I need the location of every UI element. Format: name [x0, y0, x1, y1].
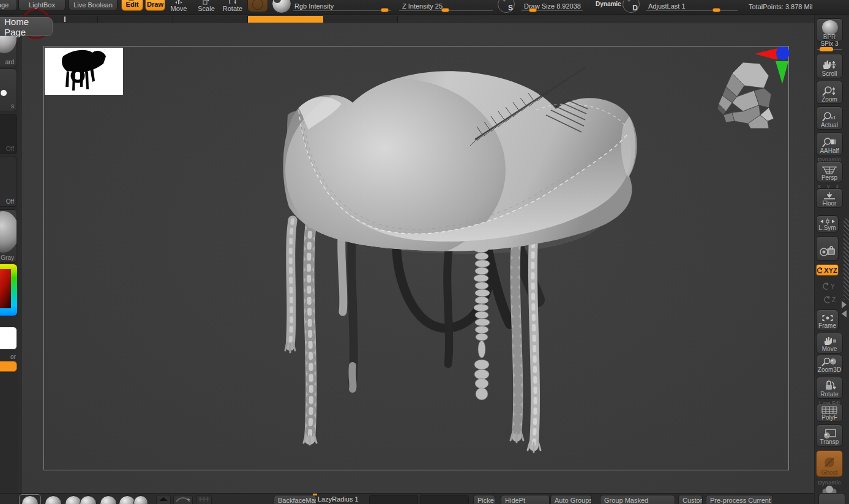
bottom-bar: BackfaceMask LazyRadius 1 Picker HidePt … — [0, 493, 814, 504]
auto-groups-button[interactable]: Auto Groups — [550, 495, 592, 504]
pirate-hat-model[interactable] — [22, 23, 814, 495]
track-segment — [173, 16, 248, 23]
rotate-camera-button[interactable]: Rotate — [816, 377, 843, 399]
adjust-last-slider[interactable] — [646, 10, 738, 11]
main-color-swatch[interactable] — [0, 327, 17, 350]
z-rotation-toggle[interactable]: Z — [822, 295, 836, 305]
polyframe-button[interactable]: PolyF — [816, 404, 843, 422]
texture-button[interactable]: Off — [0, 157, 17, 207]
dynamic-solo-ghost-label: Dynamic — [816, 480, 843, 486]
backface-mask-button[interactable]: BackfaceMask — [274, 495, 316, 504]
y-rotation-toggle[interactable]: Y — [821, 281, 835, 291]
bpr-button[interactable]: BPR — [816, 18, 843, 42]
stroke-d-badge[interactable]: + D — [623, 0, 640, 13]
color-picker-sv-square[interactable] — [0, 269, 11, 308]
rotate-lock-icon — [822, 380, 837, 391]
sphere-notch — [274, 0, 281, 3]
move-tool[interactable]: Move — [170, 0, 188, 12]
bpr-sphere-icon — [822, 20, 838, 35]
brush-thumbnail[interactable] — [133, 495, 148, 504]
lazy-slider-2[interactable] — [420, 495, 469, 504]
alpha-glyph-icon — [157, 495, 170, 503]
persp-button[interactable]: Persp — [816, 161, 843, 182]
material-sphere-icon[interactable] — [272, 0, 291, 13]
camera-lock-icon — [819, 243, 836, 259]
document-canvas[interactable] — [22, 23, 814, 495]
stroke-s-badge[interactable]: + S — [498, 0, 515, 13]
left-shelf: ard s Off Off Gray or — [0, 15, 18, 504]
spix-label: SPix 3 — [816, 40, 843, 47]
brush-thumbnail[interactable] — [45, 495, 62, 504]
z-intensity-label: Z Intensity 25 — [402, 2, 443, 10]
frame-button[interactable]: Frame — [816, 309, 839, 330]
floor-button[interactable]: Floor — [816, 188, 843, 208]
brush-thumbnail[interactable] — [80, 495, 97, 504]
rgb-intensity-handle[interactable] — [381, 8, 389, 12]
scroll-button[interactable]: Scroll — [816, 54, 843, 78]
hidept-button[interactable]: HidePt — [501, 495, 550, 504]
brush-preview-button[interactable] — [247, 0, 268, 12]
xyz-rotation-button[interactable]: XYZ — [816, 264, 839, 276]
home-page-tab[interactable]: Home Page — [0, 17, 53, 36]
live-boolean-button[interactable]: Live Boolean — [69, 0, 118, 11]
timeline-track[interactable] — [22, 16, 398, 23]
stroke-button[interactable]: s — [0, 69, 17, 111]
stroke-dot-icon — [1, 90, 7, 96]
lazy-slider[interactable] — [369, 495, 418, 504]
ghost-icon — [823, 456, 836, 469]
alpha-button[interactable]: Off — [0, 114, 17, 154]
zoomsel-button-partial[interactable] — [818, 493, 845, 504]
zoom3d-button[interactable]: Zoom3D — [816, 355, 843, 374]
texture-glyph-icon — [196, 495, 211, 503]
camera-lock-button[interactable] — [816, 236, 839, 261]
floor-icon — [823, 192, 836, 200]
draw-button[interactable]: Draw — [145, 0, 165, 11]
tray-collapse-arrow[interactable] — [842, 310, 847, 317]
color-picker[interactable] — [0, 264, 17, 316]
dynamic-button[interactable]: Dynamic — [596, 1, 621, 7]
dreadlocks — [285, 220, 540, 452]
texture-slot[interactable] — [196, 495, 212, 504]
edge-scrollbar[interactable] — [843, 218, 849, 300]
brush-thumbnail[interactable] — [100, 495, 117, 504]
frame-corners-icon — [821, 314, 834, 322]
alpha-slot[interactable] — [156, 495, 171, 504]
rgb-intensity-slider[interactable] — [293, 10, 391, 11]
ghost-button[interactable]: Ghost — [816, 450, 843, 477]
adjust-last-handle[interactable] — [712, 8, 720, 12]
lsym-arrows-icon — [820, 218, 836, 224]
edit-button[interactable]: Edit — [121, 0, 143, 11]
polymesh-head-preview[interactable] — [717, 60, 779, 128]
z-intensity-handle[interactable] — [441, 8, 449, 12]
group-masked-button[interactable]: Group Masked — [600, 495, 675, 504]
move-camera-button[interactable]: Move — [816, 333, 843, 354]
partial-menu-button[interactable]: age — [0, 0, 17, 11]
tray-expand-arrow[interactable] — [842, 301, 847, 308]
stroke-slot[interactable] — [173, 495, 193, 504]
scale-icon — [203, 0, 210, 5]
adjust-last-label: AdjustLast 1 — [648, 2, 686, 10]
scale-tool[interactable]: Scale — [197, 0, 215, 12]
actual-button[interactable]: x1 Actual — [816, 106, 843, 130]
picker-button[interactable]: Picker — [473, 495, 495, 504]
transparency-button[interactable]: Transp — [816, 424, 843, 447]
track-active-segment[interactable] — [248, 16, 323, 23]
x-axis-arrow[interactable] — [755, 48, 777, 60]
secondary-color-swatch[interactable] — [0, 361, 17, 372]
timeline-strip — [22, 15, 814, 23]
local-symmetry-button[interactable]: L.Sym — [816, 215, 839, 232]
material-button[interactable]: Gray — [0, 209, 17, 263]
track-cursor[interactable] — [64, 17, 65, 22]
zoom-button[interactable]: Zoom — [816, 81, 843, 104]
material-thumb-icon — [0, 211, 17, 253]
custom-button[interactable]: Custom — [678, 495, 703, 504]
preprocess-button[interactable]: Pre-process Current — [706, 495, 773, 504]
aahalf-button[interactable]: AAHalf — [816, 132, 843, 155]
rotate-tool[interactable]: Rotate — [222, 0, 244, 12]
right-shelf: BPR SPix 3 Scroll Zoom x1 Actual AAHalf … — [814, 15, 849, 504]
transparency-icon — [822, 429, 837, 439]
z-axis-dot[interactable] — [776, 46, 790, 60]
spix-handle[interactable] — [820, 47, 833, 51]
backface-orange-tick — [313, 494, 317, 495]
draw-size-handle[interactable] — [529, 8, 537, 12]
